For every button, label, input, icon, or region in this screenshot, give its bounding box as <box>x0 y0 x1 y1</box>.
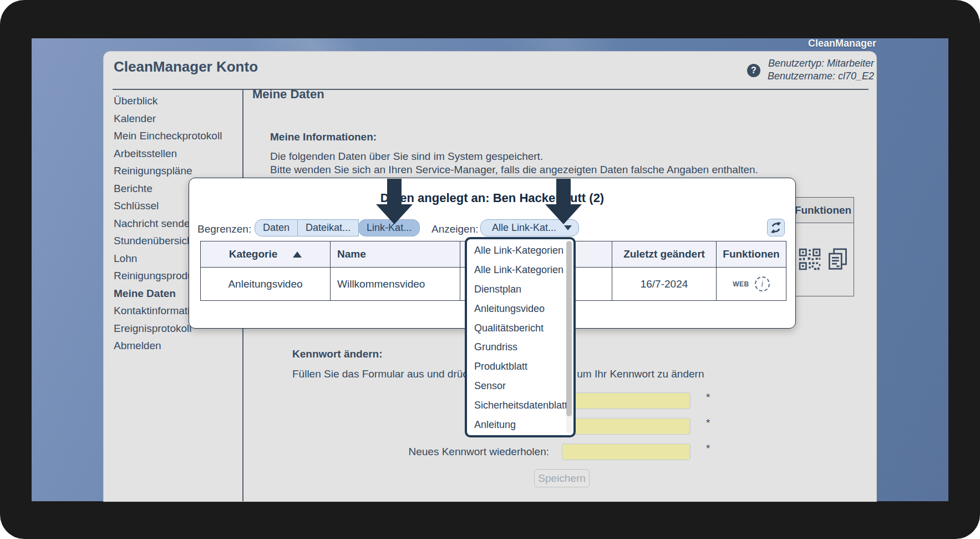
arrow-shaft <box>556 179 571 204</box>
repeat-password-label: Neues Kennwort wiederholen: <box>292 446 549 458</box>
info-icon[interactable]: i <box>755 276 770 291</box>
dropdown-option-anleitungsvideo[interactable]: Anleitungsvideo <box>467 299 573 319</box>
save-button[interactable]: Speichern <box>534 469 590 487</box>
dialog-title: Daten angelegt an: Ben Hackenbutt (2) <box>189 191 795 205</box>
arrow-head <box>376 204 413 224</box>
cell-zuletzt-geaendert: 16/7-2024 <box>612 268 717 300</box>
limit-button-daten[interactable]: Daten <box>255 219 298 236</box>
refresh-icon <box>770 221 782 234</box>
background-table-row-funktionen <box>792 223 854 296</box>
dropdown-option-alle-1[interactable]: Alle Link-Kategorien <box>467 241 573 260</box>
old-password-input[interactable] <box>562 392 690 409</box>
copy-documents-icon[interactable] <box>826 248 849 271</box>
help-icon[interactable]: ? <box>747 64 760 77</box>
column-header-kategorie[interactable]: Kategorie <box>201 241 331 268</box>
arrow-head <box>545 204 582 224</box>
dropdown-scrollbar[interactable] <box>566 241 572 434</box>
sidebar-item-abmelden[interactable]: Abmelden <box>114 340 247 357</box>
dropdown-option-sensor[interactable]: Sensor <box>467 376 573 396</box>
cell-kategorie: Anleitungsvideo <box>201 268 331 300</box>
annotation-arrow-link-kategorien <box>376 179 413 224</box>
dropdown-option-anleitung[interactable]: Anleitung <box>467 415 573 435</box>
background-table-header-funktionen: Funktionen <box>792 197 854 223</box>
info-line-1: Die folgenden Daten über Sie sind im Sys… <box>270 150 543 163</box>
column-header-funktionen: Funktionen <box>717 241 786 268</box>
limit-label: Begrenzen: <box>197 223 251 235</box>
sidebar-item-eincheckprotokoll[interactable]: Mein Eincheckprotokoll <box>114 130 247 148</box>
qr-code-icon[interactable] <box>798 248 821 271</box>
cell-funktionen: WEB i <box>717 268 786 300</box>
repeat-password-input[interactable] <box>562 444 690 460</box>
dropdown-option-produktblatt[interactable]: Produktblatt <box>467 357 573 376</box>
show-label: Anzeigen: <box>431 223 479 235</box>
chevron-down-icon <box>564 225 572 230</box>
info-line-2: Bitte wenden Sie sich an Ihren Service-M… <box>270 164 758 176</box>
sidebar-item-ueberblick[interactable]: Überblick <box>114 95 247 113</box>
limit-button-dateikategorien[interactable]: Dateikat... <box>298 219 359 236</box>
sort-ascending-icon <box>293 251 302 258</box>
page-title: CleanManager Konto <box>114 58 258 75</box>
new-password-required: * <box>706 417 710 429</box>
cell-name: Willkommensvideo <box>331 268 460 300</box>
old-password-required: * <box>706 391 710 404</box>
new-password-input[interactable] <box>562 418 690 435</box>
brand-label: CleanManager <box>808 38 876 49</box>
dropdown-option-dienstplan[interactable]: Dienstplan <box>467 280 573 299</box>
user-name-label: Benutzername: cl70_E2 <box>768 70 874 83</box>
annotation-arrow-select <box>545 179 582 224</box>
repeat-password-required: * <box>706 442 710 455</box>
dropdown-option-alle-2[interactable]: Alle Link-Kategorien <box>467 260 573 280</box>
arrow-shaft <box>387 179 402 204</box>
dropdown-option-grundriss[interactable]: Grundriss <box>467 337 573 357</box>
user-type-label: Benutzertyp: Mitarbeiter <box>768 57 874 70</box>
user-info: Benutzertyp: Mitarbeiter Benutzername: c… <box>768 57 874 83</box>
header-divider <box>113 89 869 90</box>
web-link[interactable]: WEB <box>733 280 749 288</box>
link-category-dropdown: Alle Link-Kategorien Alle Link-Kategorie… <box>465 237 576 437</box>
dropdown-option-sicherheitsdatenblatt[interactable]: Sicherheitsdatenblatt <box>467 396 573 415</box>
sidebar-item-kalender[interactable]: Kalender <box>114 113 247 130</box>
column-header-zuletzt-geaendert: Zuletzt geändert <box>612 241 717 268</box>
column-header-name: Name <box>331 241 460 268</box>
screenshot-stage: CleanManager CleanManager Konto ? Benutz… <box>0 0 980 539</box>
dropdown-option-qualitaetsbericht[interactable]: Qualitätsbericht <box>467 319 573 338</box>
refresh-button[interactable] <box>767 219 785 236</box>
dropdown-scrollbar-thumb[interactable] <box>566 241 572 416</box>
info-heading: Meine Informationen: <box>270 131 377 143</box>
section-title: Meine Daten <box>252 87 324 102</box>
sidebar-item-arbeitsstellen[interactable]: Arbeitsstellen <box>114 148 247 165</box>
